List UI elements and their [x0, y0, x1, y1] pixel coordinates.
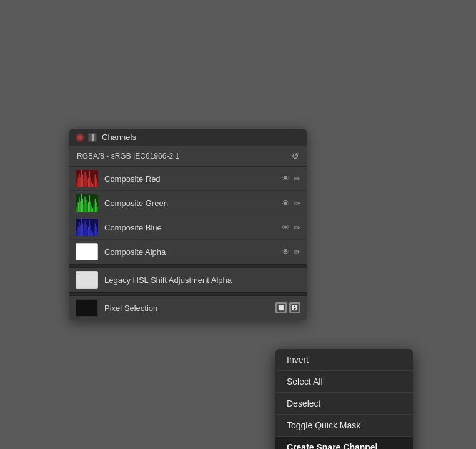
channels-panel: ✕ ▐ Channels RGBA/8 - sRGB IEC61966-2.1 …: [69, 129, 307, 320]
eye-icon-green[interactable]: 👁: [282, 199, 290, 208]
color-mode-text: RGBA/8 - sRGB IEC61966-2.1: [77, 152, 179, 160]
channel-list: Composite Red 👁 ✏ Composite Green 👁 ✏ Co…: [69, 167, 307, 320]
channel-icons-alpha: 👁 ✏: [282, 247, 300, 257]
channel-thumb-alpha: [76, 243, 98, 260]
channel-name-green: Composite Green: [104, 199, 275, 208]
channel-name-red: Composite Red: [104, 174, 275, 184]
channel-name-alpha: Composite Alpha: [104, 247, 275, 257]
close-button[interactable]: ✕: [76, 133, 84, 142]
channel-icons-green: 👁 ✏: [282, 199, 300, 208]
eye-icon-blue[interactable]: 👁: [282, 223, 290, 232]
channel-thumb-red: [76, 170, 98, 187]
channel-thumb-pixel: [76, 299, 98, 317]
channel-row-hsl[interactable]: Legacy HSL Shift Adjustment Alpha: [69, 268, 307, 292]
channel-row-composite-green[interactable]: Composite Green 👁 ✏: [69, 191, 307, 215]
channel-thumb-hsl: [76, 271, 98, 289]
channel-row-composite-red[interactable]: Composite Red 👁 ✏: [69, 167, 307, 191]
channel-name-hsl: Legacy HSL Shift Adjustment Alpha: [104, 275, 300, 285]
context-menu: Invert Select All Deselect Toggle Quick …: [275, 349, 413, 449]
pencil-icon-green[interactable]: ✏: [294, 199, 300, 208]
minimize-button[interactable]: ▐: [88, 133, 97, 142]
channel-row-pixel-selection[interactable]: Pixel Selection: [69, 296, 307, 320]
pixel-selection-icons: [275, 302, 300, 313]
channel-thumb-green: [76, 194, 98, 212]
selection-arrows-icon[interactable]: [289, 302, 300, 313]
pencil-icon-red[interactable]: ✏: [294, 174, 300, 184]
panel-title: Channels: [102, 132, 136, 142]
channel-icons-red: 👁 ✏: [282, 174, 300, 184]
context-menu-item-invert[interactable]: Invert: [275, 349, 413, 371]
eye-icon-alpha[interactable]: 👁: [282, 247, 290, 257]
panel-wrapper: ✕ ▐ Channels RGBA/8 - sRGB IEC61966-2.1 …: [69, 129, 407, 320]
title-bar: ✕ ▐ Channels: [69, 129, 307, 146]
selection-square-icon[interactable]: [275, 302, 287, 313]
eye-icon-red[interactable]: 👁: [282, 174, 290, 184]
color-mode-bar: RGBA/8 - sRGB IEC61966-2.1 ↺: [69, 146, 307, 167]
context-menu-item-deselect[interactable]: Deselect: [275, 393, 413, 415]
context-menu-item-toggle-quick-mask[interactable]: Toggle Quick Mask: [275, 415, 413, 437]
pencil-icon-blue[interactable]: ✏: [294, 223, 300, 232]
channel-name-pixel: Pixel Selection: [104, 303, 269, 313]
title-bar-controls: ✕ ▐: [76, 133, 97, 142]
channel-row-composite-blue[interactable]: Composite Blue 👁 ✏: [69, 215, 307, 240]
pencil-icon-alpha[interactable]: ✏: [294, 247, 300, 257]
channel-thumb-blue: [76, 219, 98, 236]
reset-icon[interactable]: ↺: [292, 151, 299, 161]
channel-name-blue: Composite Blue: [104, 223, 275, 232]
context-menu-item-select-all[interactable]: Select All: [275, 371, 413, 393]
context-menu-item-create-spare-channel[interactable]: Create Spare Channel: [275, 437, 413, 449]
svg-rect-0: [278, 305, 284, 311]
channel-icons-blue: 👁 ✏: [282, 223, 300, 232]
channel-row-composite-alpha[interactable]: Composite Alpha 👁 ✏: [69, 240, 307, 264]
